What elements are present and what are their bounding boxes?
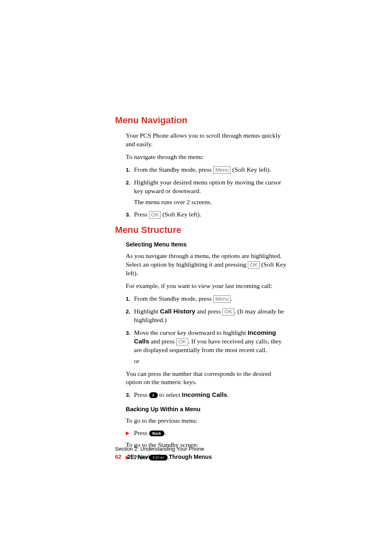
step-number: 2.: [126, 179, 130, 187]
menu-navigation-body: Your PCS Phone allows you to scroll thro…: [126, 131, 288, 219]
page-number: 62: [115, 454, 122, 460]
text: Highlight your desired menu option by mo…: [134, 179, 281, 194]
structure-step-3: 3. Move the cursor key downward to highl…: [126, 329, 288, 366]
ok-key-icon: OK: [176, 338, 188, 345]
text: .: [231, 295, 232, 302]
text: Press: [134, 391, 149, 398]
text: From the Standby mode, press: [134, 295, 213, 302]
structure-step-2: 2. Highlight Call History and press OK. …: [126, 307, 288, 325]
text: Press: [134, 211, 149, 218]
or-text: or: [134, 357, 288, 366]
ok-key-icon: OK: [248, 261, 260, 269]
nav-step-3: 3. Press OK (Soft Key left).: [126, 210, 288, 219]
menu-key-icon: Menu: [213, 166, 231, 174]
text: (Soft Key left).: [161, 211, 201, 218]
ok-key-icon: OK: [149, 211, 161, 219]
text: .: [227, 391, 229, 398]
structure-intro: As you navigate through a menu, the opti…: [126, 252, 288, 278]
subheading-backing-up: Backing Up Within a Menu: [126, 406, 288, 412]
nav-lead: To navigate through the menu:: [126, 153, 288, 161]
page-title: 2E: Navigating Through Menus: [127, 454, 212, 460]
subheading-selecting: Selecting Menu Items: [126, 241, 288, 248]
step-number: 1.: [126, 166, 130, 174]
page-footer: Section 2: Understanding Your Phone 622E…: [115, 446, 212, 460]
step-number: 1.: [126, 295, 130, 303]
text: to select: [158, 391, 182, 398]
menu-structure-body: Selecting Menu Items As you navigate thr…: [126, 241, 288, 461]
backing-prev-bullet: Press Back.: [126, 429, 288, 437]
structure-example-lead: For example, if you want to view your la…: [126, 282, 288, 290]
structure-step-1: 1. From the Standby mode, press Menu.: [126, 295, 288, 303]
nav-step-2-sub: The menu runs over 2 screens.: [134, 198, 288, 207]
nav-step-2: 2. Highlight your desired menu option by…: [126, 178, 288, 207]
page-content: Menu Navigation Your PCS Phone allows yo…: [115, 115, 288, 465]
structure-steps: 1. From the Standby mode, press Menu. 2.…: [126, 295, 288, 365]
text: Move the cursor key downward to highligh…: [134, 329, 248, 336]
step-number: 3.: [126, 211, 130, 219]
alt-step-3: 3. Press 2 to select Incoming Calls.: [126, 391, 288, 399]
text: (Soft Key left).: [231, 166, 271, 173]
text: From the Standby mode, press: [134, 166, 213, 173]
step-number: 2.: [126, 308, 130, 315]
back-key-icon: Back: [149, 431, 165, 436]
heading-menu-structure: Menu Structure: [115, 225, 288, 235]
nav-steps: 1. From the Standby mode, press Menu (So…: [126, 166, 288, 219]
bold-incoming-calls: Incoming Calls: [182, 391, 227, 398]
bold-call-history: Call History: [160, 308, 195, 315]
step-number: 3.: [126, 329, 130, 337]
nav-step-1: 1. From the Standby mode, press Menu (So…: [126, 166, 288, 174]
heading-menu-navigation: Menu Navigation: [115, 115, 288, 126]
text: .: [164, 429, 166, 436]
ok-key-icon: OK: [222, 308, 234, 315]
keypad-2-icon: 2: [149, 392, 158, 398]
menu-key-icon: Menu: [213, 295, 231, 303]
text: and press: [195, 308, 222, 315]
alt-steps: 3. Press 2 to select Incoming Calls.: [126, 391, 288, 399]
footer-section: Section 2: Understanding Your Phone: [115, 446, 212, 452]
backing-prev-lead: To go to the previous menu:: [126, 417, 288, 425]
text: Highlight: [134, 308, 160, 315]
text: and press: [149, 338, 176, 345]
step-number: 3.: [126, 391, 130, 399]
triangle-bullet-icon: [126, 431, 129, 435]
footer-page: 622E: Navigating Through Menus: [115, 454, 212, 460]
alt-para: You can press the number that correspond…: [126, 370, 288, 387]
text: Press: [134, 429, 149, 436]
nav-intro: Your PCS Phone allows you to scroll thro…: [126, 131, 288, 149]
